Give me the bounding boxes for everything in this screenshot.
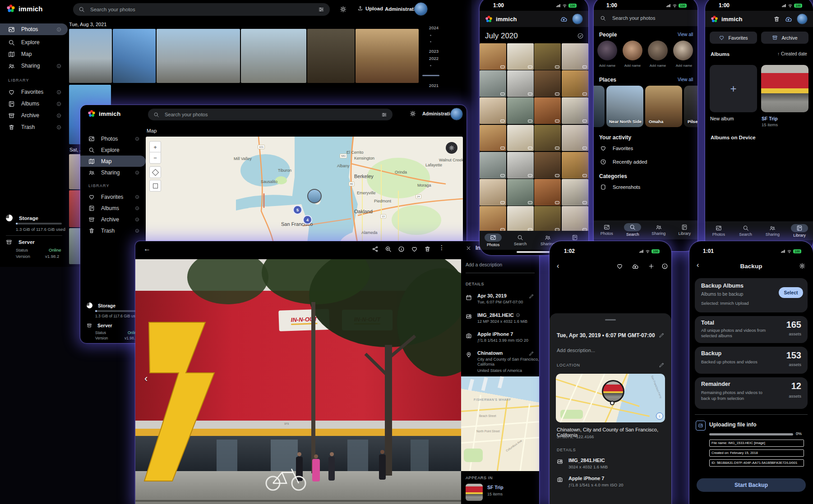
- album-name[interactable]: SF Trip: [487, 485, 504, 490]
- map-settings-button[interactable]: [446, 142, 457, 154]
- search-filters-icon[interactable]: [318, 6, 324, 13]
- info-icon[interactable]: [56, 90, 61, 95]
- favorites-row[interactable]: Favorites: [600, 145, 633, 151]
- sidebar-item-explore[interactable]: Explore: [80, 144, 146, 156]
- album-thumbnail[interactable]: [466, 484, 483, 501]
- photo-tile[interactable]: [534, 97, 561, 124]
- theme-toggle-sun-icon[interactable]: [410, 110, 416, 117]
- photo-tile[interactable]: [480, 70, 506, 97]
- close-icon[interactable]: [466, 245, 471, 251]
- map-info-icon[interactable]: i: [656, 412, 663, 420]
- recently-added-row[interactable]: Recently added: [600, 159, 647, 165]
- back-chevron-icon[interactable]: ‹: [557, 262, 559, 270]
- sidebar-item-trash[interactable]: Trash: [0, 121, 68, 133]
- scrubber-handle[interactable]: [422, 75, 439, 76]
- photo-tile[interactable]: [562, 152, 588, 179]
- photo-tile[interactable]: [562, 70, 588, 97]
- info-icon[interactable]: [56, 101, 61, 106]
- info-icon[interactable]: [56, 64, 61, 69]
- photo-tile[interactable]: [480, 125, 506, 151]
- photo-tile[interactable]: [562, 97, 588, 124]
- edit-date-pencil-icon[interactable]: [529, 293, 534, 299]
- info-icon[interactable]: [135, 206, 139, 211]
- photo-tile[interactable]: [507, 125, 534, 151]
- map-cluster-marker[interactable]: 4: [303, 215, 312, 225]
- screenshots-row[interactable]: Screenshots: [600, 184, 640, 190]
- photo-tile[interactable]: [480, 206, 506, 233]
- photo-tile[interactable]: [534, 125, 561, 151]
- edit-location-pencil-icon[interactable]: [529, 351, 534, 356]
- archive-button[interactable]: Archive: [761, 32, 808, 44]
- timeline-scrubber[interactable]: 2024 2023 2022 2021: [420, 23, 445, 113]
- person-face[interactable]: [623, 41, 642, 60]
- photo-tile[interactable]: [480, 152, 506, 179]
- photo-tile[interactable]: [507, 152, 534, 179]
- sort-button[interactable]: ↑ Created date: [777, 51, 807, 56]
- new-album-tile[interactable]: +: [710, 65, 757, 112]
- description-input[interactable]: Add description...: [557, 348, 595, 353]
- search-input[interactable]: Search your photos: [73, 3, 330, 16]
- sidebar-item-archive[interactable]: Archive: [80, 214, 146, 225]
- person-face[interactable]: [648, 41, 668, 60]
- photo-thumbnail[interactable]: [157, 29, 240, 83]
- add-name-label[interactable]: Add name: [597, 64, 617, 68]
- info-icon[interactable]: [56, 113, 61, 118]
- sidebar-item-albums[interactable]: Albums: [0, 98, 68, 110]
- heart-icon[interactable]: [616, 263, 623, 270]
- info-icon[interactable]: [135, 137, 139, 141]
- photo-tile[interactable]: [507, 97, 534, 124]
- info-icon[interactable]: [135, 229, 139, 233]
- map-photo-marker[interactable]: [307, 189, 322, 203]
- photo-tile[interactable]: [534, 70, 561, 97]
- place-card[interactable]: Chinatown: [594, 86, 605, 127]
- sidebar-item-albums[interactable]: Albums: [80, 202, 146, 214]
- sidebar-item-photos[interactable]: Photos: [0, 23, 68, 35]
- add-name-label[interactable]: Add name: [623, 64, 642, 68]
- info-icon[interactable]: [398, 246, 405, 252]
- heart-icon[interactable]: [411, 246, 418, 252]
- info-icon[interactable]: [135, 195, 139, 199]
- location-map-card[interactable]: San Francisco Ferry i: [556, 374, 665, 422]
- search-filters-icon[interactable]: [381, 112, 387, 118]
- sidebar-item-sharing[interactable]: Sharing: [80, 167, 146, 178]
- map-cluster-marker[interactable]: 5: [293, 205, 302, 215]
- nav-sharing[interactable]: Sharing: [761, 225, 784, 237]
- place-card[interactable]: Omaha: [645, 86, 682, 127]
- back-arrow-icon[interactable]: ←: [143, 245, 151, 253]
- start-backup-button[interactable]: Start Backup: [697, 478, 806, 492]
- cloud-icon[interactable]: [632, 263, 639, 270]
- sidebar-item-explore[interactable]: Explore: [0, 37, 68, 48]
- person-face[interactable]: [597, 41, 617, 60]
- nav-library[interactable]: Library: [673, 224, 696, 236]
- photo-thumbnail[interactable]: [241, 29, 306, 83]
- favorites-button[interactable]: Favorites: [710, 32, 757, 44]
- location-mini-map[interactable]: FISHERMAN'S WHARF Beach Street North Poi…: [461, 376, 539, 471]
- sidebar-item-archive[interactable]: Archive: [0, 110, 68, 121]
- photo-tile[interactable]: [534, 206, 561, 233]
- photo-tile[interactable]: [562, 125, 588, 151]
- backup-cloud-icon[interactable]: [785, 15, 792, 23]
- photo-tile[interactable]: [480, 97, 506, 124]
- photo-in-n-out[interactable]: IN-N-OUT IN-N-OUT 373: [135, 259, 461, 504]
- select-all-check-icon[interactable]: [577, 32, 584, 39]
- map-zoom-out-button[interactable]: −: [149, 152, 161, 164]
- map-fullscreen-button[interactable]: [149, 180, 161, 192]
- user-avatar[interactable]: [450, 108, 463, 120]
- sidebar-item-favorites[interactable]: Favorites: [80, 191, 146, 202]
- place-card[interactable]: Pilsen: [684, 86, 698, 127]
- backup-cloud-icon[interactable]: [560, 15, 568, 23]
- info-icon[interactable]: [56, 125, 61, 130]
- add-name-label[interactable]: Add name: [648, 64, 668, 68]
- sidebar-item-trash[interactable]: Trash: [80, 225, 146, 236]
- gear-icon[interactable]: [799, 262, 806, 270]
- photo-tile[interactable]: [562, 43, 588, 70]
- info-icon[interactable]: [135, 170, 139, 175]
- edit-location-pencil-icon[interactable]: [659, 362, 665, 368]
- map-zoom-in-button[interactable]: +: [149, 141, 161, 153]
- edit-date-pencil-icon[interactable]: [659, 332, 665, 338]
- share-icon[interactable]: [372, 246, 379, 252]
- sheet-drag-handle[interactable]: [605, 319, 616, 321]
- photo-tile[interactable]: [534, 152, 561, 179]
- nav-photos[interactable]: Photos: [481, 234, 505, 247]
- photo-tile[interactable]: [534, 43, 561, 70]
